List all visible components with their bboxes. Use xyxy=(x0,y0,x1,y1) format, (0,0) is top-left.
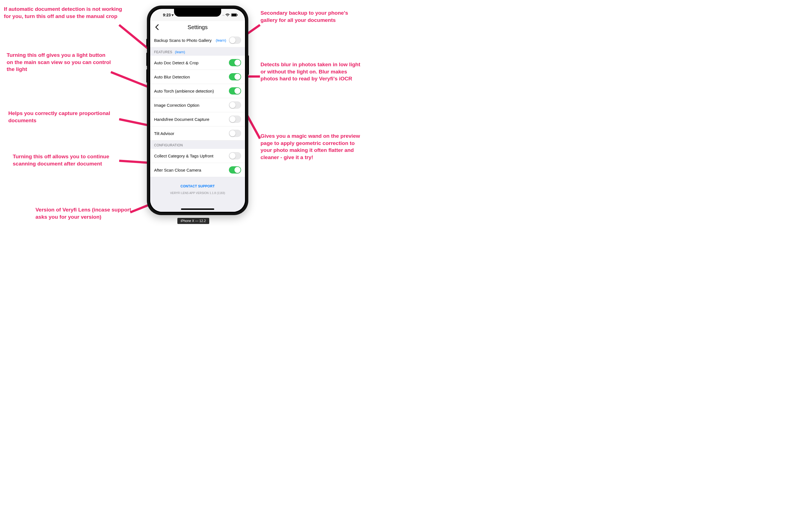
annotation-after-scan: Turning this off allows you to continue … xyxy=(13,153,124,167)
wifi-icon xyxy=(225,13,230,17)
status-time: 9:23 xyxy=(163,13,171,17)
row-image-correction[interactable]: Image Correction Option xyxy=(150,98,245,112)
row-label: Auto Blur Detection xyxy=(154,75,229,79)
annotation-backup: Secondary backup to your phone's gallery… xyxy=(261,9,352,24)
toggle-auto-blur[interactable] xyxy=(229,73,241,80)
back-button[interactable] xyxy=(153,23,161,32)
toggle-after-scan-close[interactable] xyxy=(229,166,241,174)
annotation-auto-doc: If automatic document detection is not w… xyxy=(4,5,123,20)
row-label: After Scan Close Camera xyxy=(154,168,229,173)
svg-line-0 xyxy=(119,25,151,51)
toggle-auto-doc-detect[interactable] xyxy=(229,59,241,66)
section-title: CONFIGURATION xyxy=(154,143,183,147)
row-after-scan-close[interactable]: After Scan Close Camera xyxy=(150,163,245,177)
toggle-handsfree-capture[interactable] xyxy=(229,115,241,123)
toggle-backup-scans[interactable] xyxy=(229,36,241,44)
phone-screen: 9:23 ➤ ···• Settings xyxy=(150,9,245,212)
row-collect-category[interactable]: Collect Category & Tags Upfront xyxy=(150,149,245,163)
home-indicator[interactable] xyxy=(181,208,214,210)
row-auto-doc-detect[interactable]: Auto Doc Detect & Crop xyxy=(150,56,245,70)
row-handsfree-capture[interactable]: Handsfree Document Capture xyxy=(150,112,245,126)
footer: CONTACT SUPPORT VERYFI LENS APP VERSION … xyxy=(150,177,245,197)
row-auto-blur[interactable]: Auto Blur Detection xyxy=(150,70,245,84)
annotation-version: Version of Veryfi Lens (incase support a… xyxy=(35,206,135,220)
section-features: FEATURES (learn) xyxy=(150,47,245,56)
toggle-image-correction[interactable] xyxy=(229,101,241,109)
contact-support-link[interactable]: CONTACT SUPPORT xyxy=(153,184,242,188)
row-backup-scans[interactable]: Backup Scans to Photo Gallery (learn) xyxy=(150,33,245,47)
annotation-image-correction: Gives you a magic wand on the preview pa… xyxy=(261,132,360,161)
annotation-auto-torch: Turning this off gives you a light butto… xyxy=(7,52,112,73)
svg-rect-10 xyxy=(237,15,238,16)
row-label: Auto Torch (ambience detection) xyxy=(154,89,229,94)
location-icon: ➤ xyxy=(171,13,174,17)
row-label: Backup Scans to Photo Gallery xyxy=(154,38,216,43)
learn-link[interactable]: (learn) xyxy=(175,50,185,54)
battery-icon xyxy=(231,13,238,17)
row-label: Handsfree Document Capture xyxy=(154,117,229,122)
section-title: FEATURES xyxy=(154,50,172,54)
toggle-tilt-advisor[interactable] xyxy=(229,130,241,137)
row-auto-torch[interactable]: Auto Torch (ambience detection) xyxy=(150,84,245,98)
toggle-auto-torch[interactable] xyxy=(229,87,241,95)
learn-link[interactable]: (learn) xyxy=(216,38,226,43)
section-configuration: CONFIGURATION xyxy=(150,140,245,149)
toggle-collect-category[interactable] xyxy=(229,152,241,159)
svg-rect-9 xyxy=(232,14,236,16)
svg-line-1 xyxy=(111,72,151,88)
row-label: Image Correction Option xyxy=(154,103,229,108)
annotation-blur: Detects blur in photos taken in low ligh… xyxy=(261,61,360,82)
device-label: iPhone X — 12.2 xyxy=(178,218,209,224)
row-label: Tilt Advisor xyxy=(154,131,229,136)
nav-bar: Settings xyxy=(150,21,245,33)
settings-list: Backup Scans to Photo Gallery (learn) FE… xyxy=(150,33,245,212)
phone-notch xyxy=(174,9,221,17)
cellular-icon: ···• xyxy=(222,13,224,17)
annotation-tilt: Helps you correctly capture proportional… xyxy=(8,110,119,124)
page-title: Settings xyxy=(188,24,208,30)
row-label: Collect Category & Tags Upfront xyxy=(154,154,229,158)
row-tilt-advisor[interactable]: Tilt Advisor xyxy=(150,126,245,140)
app-version-label: VERYFI LENS APP VERSION 1.1.8 (1183) xyxy=(153,191,242,194)
annotated-screenshot: If automatic document detection is not w… xyxy=(0,0,406,260)
chevron-left-icon xyxy=(155,24,159,30)
row-label: Auto Doc Detect & Crop xyxy=(154,60,229,65)
phone-frame: 9:23 ➤ ···• Settings xyxy=(147,5,248,215)
